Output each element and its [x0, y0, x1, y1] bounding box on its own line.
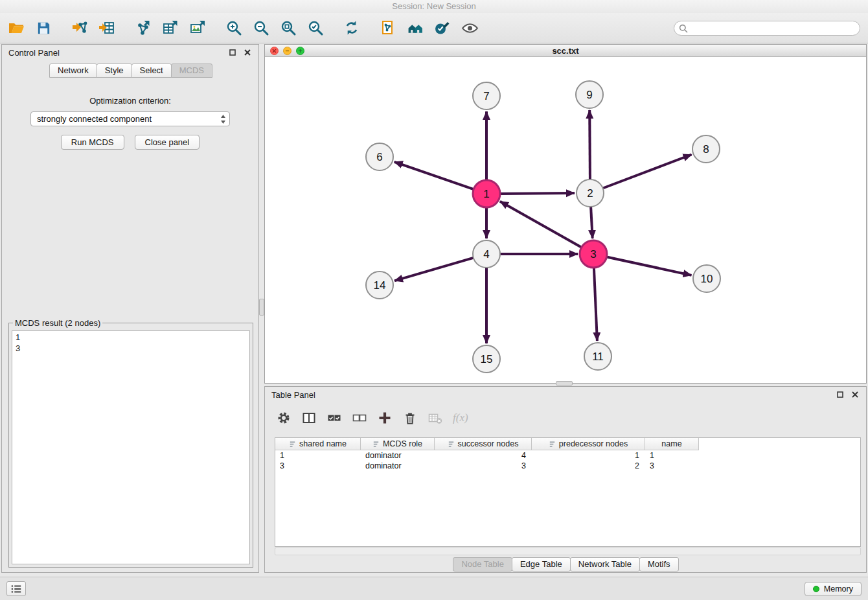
show-hide-button[interactable]	[459, 17, 481, 39]
edge-3-11[interactable]	[594, 268, 597, 341]
column-type-icon	[289, 441, 296, 448]
edge-2-8[interactable]	[603, 155, 692, 189]
houses-icon	[407, 19, 424, 37]
show-columns-button[interactable]	[301, 410, 317, 426]
graph-node-9[interactable]: 9	[576, 81, 603, 108]
cell-mcds-role: dominator	[361, 451, 435, 460]
zoom-window-button[interactable]	[296, 47, 304, 55]
column-type-icon	[448, 441, 455, 448]
column-header-predecessor-nodes[interactable]: predecessor nodes	[532, 438, 645, 450]
tab-mcds[interactable]: MCDS	[171, 63, 212, 78]
table-settings-button[interactable]	[276, 410, 291, 426]
refresh-button[interactable]	[341, 17, 363, 39]
graph-node-7[interactable]: 7	[473, 82, 500, 110]
graph-node-4[interactable]: 4	[473, 240, 500, 268]
tab-network[interactable]: Network	[49, 63, 97, 78]
column-label: predecessor nodes	[559, 439, 628, 448]
edge-1-6[interactable]	[394, 162, 474, 189]
add-column-button[interactable]	[377, 410, 393, 426]
graph-node-3[interactable]: 3	[580, 240, 607, 268]
graph-node-6[interactable]: 6	[366, 143, 393, 170]
table-row[interactable]: 3 dominator 3 2 3	[275, 461, 860, 471]
export-image-button[interactable]	[187, 17, 209, 39]
network-window-titlebar[interactable]: scc.txt	[265, 45, 866, 57]
graph-node-15[interactable]: 15	[473, 345, 500, 373]
close-panel-button[interactable]	[243, 48, 252, 57]
edge-1-2[interactable]	[500, 193, 575, 194]
column-header-successor-nodes[interactable]: successor nodes	[435, 438, 532, 450]
search-input[interactable]	[674, 21, 860, 36]
optimization-criterion-label: Optimization criterion:	[2, 96, 258, 106]
close-icon	[272, 49, 277, 53]
import-table-button[interactable]	[96, 17, 118, 39]
graph-node-14[interactable]: 14	[366, 271, 393, 299]
graph-node-1[interactable]: 1	[473, 180, 500, 207]
table-toolbar: f(x)	[265, 408, 866, 428]
task-history-button[interactable]	[6, 581, 26, 596]
float-table-panel-button[interactable]	[836, 390, 845, 399]
floppy-disk-icon	[36, 20, 52, 36]
zoom-selected-button[interactable]	[304, 17, 326, 39]
optimization-criterion-select[interactable]: strongly connected component	[30, 111, 230, 126]
edge-4-14[interactable]	[394, 258, 474, 281]
memory-button[interactable]: Memory	[805, 582, 862, 596]
column-header-shared-name[interactable]: shared name	[275, 438, 361, 450]
tab-select[interactable]: Select	[131, 63, 172, 78]
edge-2-3[interactable]	[591, 207, 593, 238]
import-network-button[interactable]	[69, 17, 91, 39]
apply-style-button[interactable]	[431, 17, 453, 39]
table-row[interactable]: 1 dominator 4 1 1	[275, 450, 860, 461]
deselect-all-button[interactable]	[352, 410, 367, 426]
edge-2-9[interactable]	[589, 110, 590, 179]
close-table-panel-button[interactable]	[851, 390, 860, 399]
tab-node-table[interactable]: Node Table	[453, 557, 512, 571]
export-image-icon	[189, 19, 206, 36]
mcds-result-text[interactable]: 1 3	[12, 330, 250, 564]
save-session-button[interactable]	[32, 17, 54, 39]
memory-status-icon	[813, 586, 819, 592]
graph-node-8[interactable]: 8	[692, 135, 720, 163]
minimize-window-button[interactable]	[283, 47, 291, 55]
column-header-mcds-role[interactable]: MCDS role	[361, 438, 435, 450]
graph-node-10[interactable]: 10	[693, 265, 720, 292]
gear-icon	[277, 411, 291, 425]
delete-table-button[interactable]	[428, 410, 443, 426]
zoom-out-button[interactable]	[250, 17, 272, 39]
tab-network-table[interactable]: Network Table	[570, 557, 640, 571]
apply-layout-button[interactable]	[404, 17, 426, 39]
float-panel-button[interactable]	[228, 48, 237, 57]
zoom-out-icon	[253, 19, 269, 36]
open-session-button[interactable]	[5, 17, 27, 39]
control-panel: Control Panel Network Style Select MCDS …	[1, 44, 259, 573]
network-graph: 7968124314101511	[265, 57, 866, 383]
vertical-splitter-handle[interactable]	[259, 299, 264, 316]
tab-edge-table[interactable]: Edge Table	[512, 557, 571, 571]
edge-3-1[interactable]	[500, 202, 582, 248]
table-horizontal-scrollbar[interactable]	[275, 548, 861, 555]
tab-style[interactable]: Style	[97, 63, 132, 78]
network-canvas[interactable]: 7968124314101511	[265, 57, 866, 383]
cell-successor-nodes: 4	[435, 451, 532, 460]
export-network-button[interactable]	[132, 17, 154, 39]
graph-node-2[interactable]: 2	[577, 179, 604, 207]
zoom-in-button[interactable]	[223, 17, 245, 39]
export-table-button[interactable]	[159, 17, 181, 39]
function-builder-button[interactable]: f(x)	[453, 410, 468, 426]
graph-node-11[interactable]: 11	[584, 343, 611, 370]
network-window-title: scc.txt	[265, 46, 866, 56]
select-stepper-icon	[220, 114, 226, 124]
edge-3-10[interactable]	[607, 257, 692, 275]
tab-motifs[interactable]: Motifs	[639, 557, 679, 571]
column-header-name[interactable]: name	[645, 438, 699, 450]
delete-column-button[interactable]	[402, 410, 418, 426]
cell-name: 3	[645, 461, 699, 470]
close-panel-action-button[interactable]: Close panel	[135, 135, 200, 150]
run-mcds-button[interactable]: Run MCDS	[61, 135, 124, 150]
cell-successor-nodes: 3	[435, 461, 532, 470]
select-all-button[interactable]	[326, 410, 342, 426]
deselect-all-icon	[352, 411, 367, 425]
close-window-button[interactable]	[270, 47, 279, 55]
horizontal-splitter-handle[interactable]	[556, 381, 573, 386]
zoom-fit-button[interactable]	[277, 17, 299, 39]
first-neighbors-button[interactable]	[377, 17, 399, 39]
